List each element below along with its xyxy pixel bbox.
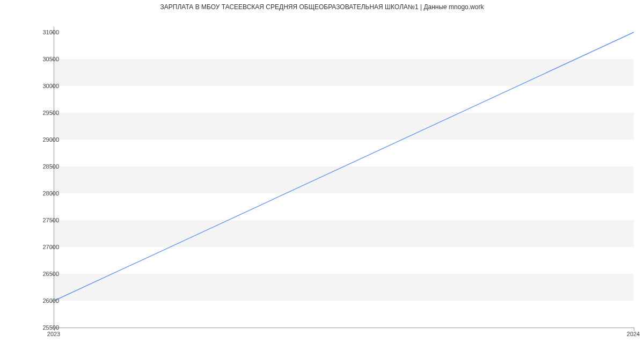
y-tick-label: 27000 — [27, 244, 59, 250]
y-tick-label: 29500 — [27, 110, 59, 116]
y-tick-label: 30500 — [27, 56, 59, 62]
y-tick-label: 29000 — [27, 136, 59, 143]
y-tick-label: 31000 — [27, 29, 59, 35]
chart-container: ЗАРПЛАТА В МБОУ ТАСЕЕВСКАЯ СРЕДНЯЯ ОБЩЕО… — [0, 0, 644, 349]
y-tick-label: 28000 — [27, 190, 59, 197]
y-tick-label: 25500 — [27, 324, 59, 331]
x-tick-label: 2023 — [47, 331, 60, 337]
x-tick-label: 2024 — [627, 331, 640, 337]
y-tick-label: 26000 — [27, 297, 59, 304]
chart-title: ЗАРПЛАТА В МБОУ ТАСЕЕВСКАЯ СРЕДНЯЯ ОБЩЕО… — [0, 3, 644, 11]
plot-area — [54, 27, 634, 328]
data-line — [54, 32, 634, 301]
y-tick-label: 30000 — [27, 83, 59, 89]
y-tick-label: 26500 — [27, 271, 59, 277]
y-tick-label: 27500 — [27, 217, 59, 223]
y-tick-label: 28500 — [27, 163, 59, 170]
line-layer — [54, 27, 634, 328]
